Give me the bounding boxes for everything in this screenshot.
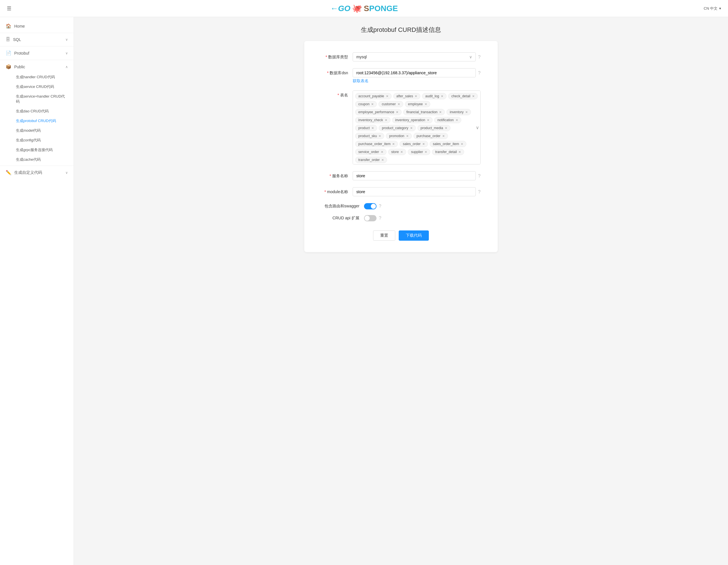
table-tag: product✕ [355,125,377,131]
tag-close-icon[interactable]: ✕ [371,126,374,130]
language-selector[interactable]: CN 中文 ▾ [704,6,721,11]
sidebar-item-config[interactable]: 生成config代码 [10,135,74,145]
tag-label: inventory [450,110,464,114]
tags-container[interactable]: account_payable✕after_sales✕audit_log✕ch… [353,90,481,164]
sidebar-item-grpc-conn[interactable]: 生成grpc服务连接代码 [10,145,74,155]
tag-close-icon[interactable]: ✕ [385,118,387,122]
tag-label: sales_order_item [433,142,459,146]
sidebar-item-public[interactable]: 📦 Public ∧ [0,61,74,72]
tags-scroll-btn[interactable]: ∨ [476,125,479,130]
table-tag: customer✕ [379,101,403,107]
table-tag: inventory_check✕ [355,117,390,123]
db-type-select[interactable]: mysql ∨ [353,52,476,61]
tag-close-icon[interactable]: ✕ [386,94,388,98]
sidebar-item-custom[interactable]: ✏️ 生成自定义代码 ∨ [0,167,74,178]
tag-label: product [358,126,370,130]
tag-close-icon[interactable]: ✕ [400,150,403,154]
sidebar-public-submenu: 生成handler CRUD代码 生成service CRUD代码 生成serv… [0,72,74,164]
tag-close-icon[interactable]: ✕ [472,94,475,98]
table-tag: product_media✕ [417,125,450,131]
sidebar-item-model[interactable]: 生成model代码 [10,126,74,135]
tag-label: service_order [358,150,379,154]
sql-icon: 🗄 [6,37,10,42]
tag-close-icon[interactable]: ✕ [381,150,383,154]
tag-close-icon[interactable]: ✕ [439,110,442,114]
logo-sponge-text: SPONGE [364,4,398,13]
service-name-control: store [353,171,476,180]
header: ☰ ←GO 🐙 SPONGE CN 中文 ▾ [0,0,728,17]
sidebar-item-service-crud[interactable]: 生成service CRUD代码 [10,82,74,92]
swagger-help-icon[interactable]: ? [379,204,381,209]
tag-close-icon[interactable]: ✕ [461,142,463,146]
tag-label: sales_order [403,142,421,146]
page-title: 生成protobuf CURD描述信息 [82,26,719,34]
custom-icon: ✏️ [6,170,11,175]
table-tag: product_category✕ [379,125,416,131]
table-tag: promotion✕ [386,133,411,139]
crud-api-toggle-row: CRUD api 扩展 ? [321,215,481,221]
table-tag: purchase_order_item✕ [355,141,398,147]
tag-close-icon[interactable]: ✕ [396,110,398,114]
db-type-help-icon[interactable]: ? [478,52,481,60]
form-card: * 数据库类型 mysql ∨ ? * 数据库dsn root:123456@(… [304,41,498,252]
tag-label: transfer_order [358,158,380,162]
tag-label: audit_log [425,94,439,98]
download-button[interactable]: 下载代码 [399,230,429,241]
tag-close-icon[interactable]: ✕ [465,110,468,114]
tag-close-icon[interactable]: ✕ [422,142,425,146]
db-type-control: mysql ∨ [353,52,476,61]
tag-close-icon[interactable]: ✕ [442,134,445,138]
tag-close-icon[interactable]: ✕ [425,150,427,154]
sidebar-item-home[interactable]: 🏠 Home [0,20,74,32]
tag-label: product_category [382,126,408,130]
table-tag: store✕ [388,149,406,155]
db-dsn-input[interactable]: root:123456@(192.168.3.37)/appliance_sto… [353,68,476,77]
menu-toggle[interactable]: ☰ [7,5,11,12]
tag-close-icon[interactable]: ✕ [379,134,381,138]
reset-button[interactable]: 重置 [373,230,395,241]
chevron-down-icon: ∨ [469,55,472,59]
tag-close-icon[interactable]: ✕ [398,102,400,106]
service-name-help-icon[interactable]: ? [478,171,481,179]
sidebar-item-sql[interactable]: 🗄 SQL ∨ [0,34,74,45]
tag-label: after_sales [396,94,413,98]
sidebar-item-cache[interactable]: 生成cache代码 [10,155,74,164]
tag-close-icon[interactable]: ✕ [392,142,395,146]
table-tag: purchase_order✕ [413,133,448,139]
tag-label: customer [382,102,396,106]
tag-close-icon[interactable]: ✕ [445,126,447,130]
tag-close-icon[interactable]: ✕ [427,118,429,122]
table-tag: inventory✕ [446,109,471,115]
sidebar-item-service-handler-crud[interactable]: 生成service+handler CRUD代码 [10,92,74,106]
db-dsn-control: root:123456@(192.168.3.37)/appliance_sto… [353,68,476,84]
tag-close-icon[interactable]: ✕ [415,94,417,98]
table-tag: supplier✕ [408,149,430,155]
tag-close-icon[interactable]: ✕ [441,94,443,98]
fetch-table-link[interactable]: 获取表名 [353,78,369,84]
service-name-input[interactable]: store [353,171,476,180]
tag-close-icon[interactable]: ✕ [458,150,461,154]
custom-arrow: ∨ [65,171,68,175]
tag-label: check_detail [451,94,470,98]
tag-close-icon[interactable]: ✕ [381,158,384,162]
sidebar-item-dao-crud[interactable]: 生成dao CRUD代码 [10,106,74,116]
tag-close-icon[interactable]: ✕ [456,118,458,122]
header-logo: ←GO 🐙 SPONGE [330,4,398,13]
crud-api-help-icon[interactable]: ? [379,216,381,221]
tag-close-icon[interactable]: ✕ [371,102,374,106]
db-type-value: mysql [356,55,367,59]
module-name-help-icon[interactable]: ? [478,187,481,194]
table-tag: sales_order_item✕ [430,141,466,147]
swagger-toggle[interactable] [364,203,377,209]
sidebar-item-protobuf[interactable]: 📄 Protobuf ∨ [0,47,74,59]
tag-label: promotion [389,134,404,138]
tag-close-icon[interactable]: ✕ [410,126,413,130]
crud-api-toggle[interactable] [364,215,377,221]
module-name-input[interactable]: store [353,187,476,196]
db-dsn-help-icon[interactable]: ? [478,68,481,76]
tag-close-icon[interactable]: ✕ [425,102,427,106]
tag-close-icon[interactable]: ✕ [406,134,409,138]
sidebar-item-handler-crud[interactable]: 生成handler CRUD代码 [10,72,74,82]
table-tag: account_payable✕ [355,93,392,99]
sidebar-item-protobuf-crud[interactable]: 生成protobuf CRUD代码 [10,116,74,126]
